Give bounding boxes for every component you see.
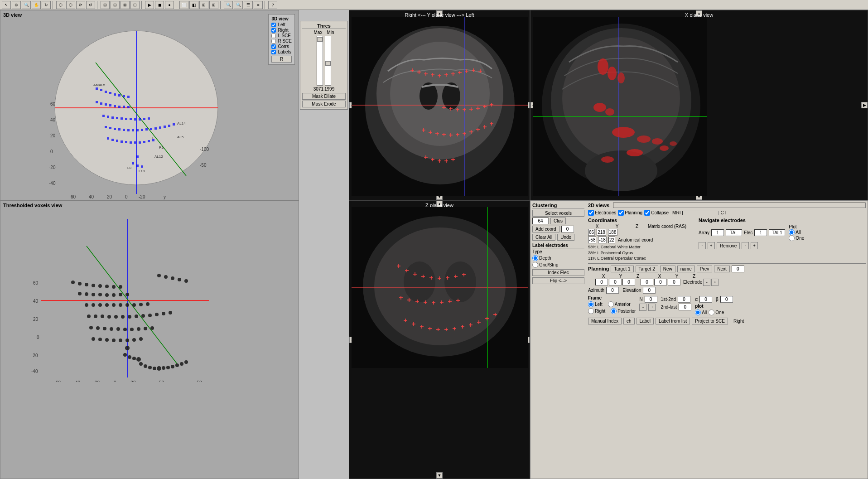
mri-y-view[interactable]: ▲ ▼ ◀ ▶ Right <--- Y plane view ---> Lef… [349, 10, 530, 200]
right-frame-label[interactable]: Right [588, 308, 605, 314]
mri-z-view[interactable]: ▲ ▼ ◀ ▶ Z plane view [349, 200, 530, 479]
elevation-input[interactable] [643, 287, 656, 294]
label-from-list-button[interactable]: Label from list [656, 318, 690, 324]
thres-max-slider[interactable] [317, 36, 323, 86]
mri-contrast-slider[interactable] [682, 211, 719, 215]
toolbar-btn-22[interactable]: 🔍 [234, 1, 243, 9]
elec-minus-btn[interactable]: - [703, 279, 710, 286]
toolbar-btn-17[interactable]: ⬜ [179, 1, 188, 9]
plan-x2[interactable] [641, 279, 653, 285]
toolbar-btn-12[interactable]: ⊠ [121, 1, 130, 9]
tal1-input[interactable] [769, 229, 785, 236]
planning-checkbox[interactable] [618, 210, 624, 216]
legend-rsce-check[interactable] [271, 39, 276, 44]
name-button[interactable]: name [677, 266, 695, 272]
plot-all-radio[interactable] [789, 229, 795, 235]
n-minus-btn[interactable]: - [639, 304, 646, 311]
2ndlast-input[interactable] [679, 304, 691, 310]
nav-plus-btn[interactable]: + [708, 242, 715, 249]
tal-input[interactable] [726, 229, 742, 236]
toolbar-btn-4[interactable]: ✋ [32, 1, 41, 9]
plot2-all-label[interactable]: All [695, 310, 707, 315]
add-coord-input[interactable] [561, 226, 574, 232]
2d-slider[interactable] [613, 203, 866, 208]
plot2-one-label[interactable]: One [709, 310, 724, 315]
grid-radio-label[interactable]: Grid/Strip [532, 262, 558, 268]
flip-button[interactable]: Flip <--> [532, 277, 584, 284]
plan-y2[interactable] [654, 279, 667, 285]
plan-x1[interactable] [595, 279, 608, 285]
toolbar-btn-6[interactable]: ⬡ [56, 1, 65, 9]
1st2nd-input[interactable] [678, 296, 690, 303]
clus-button[interactable]: Clus [550, 218, 566, 224]
beta-input[interactable] [720, 296, 733, 303]
collapse-checkbox[interactable] [644, 210, 650, 216]
select-voxels-button[interactable]: Select voxels [532, 210, 584, 217]
toolbar-btn-13[interactable]: ⊡ [130, 1, 140, 9]
target1-button[interactable]: Target 1 [611, 266, 633, 272]
anterior-radio[interactable] [608, 301, 614, 307]
left-frame-label[interactable]: Left [588, 301, 603, 307]
toolbar-btn-5[interactable]: ↻ [42, 1, 51, 9]
legend-left-check[interactable] [271, 23, 276, 27]
legend-right-check[interactable] [271, 28, 276, 33]
toolbar-btn-16[interactable]: ● [165, 1, 174, 9]
clear-all-button[interactable]: Clear All [532, 234, 555, 241]
toolbar-btn-25[interactable]: ? [268, 1, 277, 9]
depth-radio[interactable] [532, 255, 538, 261]
thres-max-thumb[interactable] [317, 37, 323, 42]
mri-z-arrow-down[interactable]: ▼ [436, 472, 443, 479]
toolbar-btn-8[interactable]: ⟳ [76, 1, 85, 9]
toolbar-btn-23[interactable]: ☰ [244, 1, 253, 9]
alpha-input[interactable] [699, 296, 712, 303]
toolbar-btn-1[interactable]: ↖ [2, 1, 11, 9]
plot-one-label[interactable]: One [789, 235, 804, 241]
ch-button[interactable]: ch [623, 318, 635, 324]
index-elec-button[interactable]: Index Elec [532, 269, 584, 276]
collapse-check-label[interactable]: Collapse [644, 210, 669, 216]
electrodes-check-label[interactable]: Electrodes [588, 210, 616, 216]
mri-x-arrow-right[interactable]: ▶ [861, 102, 868, 108]
array-input[interactable] [711, 229, 724, 236]
plot2-one-radio[interactable] [709, 310, 714, 315]
toolbar-btn-2[interactable]: ⊕ [12, 1, 21, 9]
plot-one-radio[interactable] [789, 235, 795, 241]
electrodes-checkbox[interactable] [588, 210, 594, 216]
toolbar-btn-19[interactable]: ⊞ [199, 1, 208, 9]
thres-min-thumb[interactable] [325, 61, 331, 66]
toolbar-btn-21[interactable]: 🔍 [224, 1, 233, 9]
add-coord-button[interactable]: Add coord [532, 226, 559, 232]
n-input[interactable] [645, 296, 657, 303]
mask-dilate-button[interactable]: Mask Dilate [302, 93, 346, 100]
next-button[interactable]: Next [714, 266, 730, 272]
anterior-frame-label[interactable]: Anterior [608, 301, 631, 307]
next-input[interactable] [732, 266, 744, 272]
posterior-frame-label[interactable]: Posterior [611, 308, 636, 314]
new-button[interactable]: New [660, 266, 675, 272]
legend-lsce-check[interactable] [271, 34, 276, 38]
toolbar-btn-3[interactable]: 🔍 [22, 1, 31, 9]
elec-input[interactable] [754, 229, 767, 236]
planning-check-label[interactable]: Planning [618, 210, 642, 216]
mask-erode-button[interactable]: Mask Erode [302, 101, 346, 107]
grid-radio[interactable] [532, 262, 538, 268]
toolbar-btn-10[interactable]: ⊞ [101, 1, 110, 9]
elec-plus-btn[interactable]: + [711, 279, 719, 286]
toolbar-btn-15[interactable]: ◼ [155, 1, 164, 9]
toolbar-btn-18[interactable]: ◧ [189, 1, 198, 9]
nav-minus-btn[interactable]: - [699, 242, 706, 249]
remove-button[interactable]: Remove [717, 242, 740, 249]
clustering-input[interactable] [532, 218, 549, 224]
toolbar-btn-20[interactable]: ⊞ [209, 1, 218, 9]
toolbar-btn-14[interactable]: ▶ [145, 1, 154, 9]
project-sce-button[interactable]: Project to SCE [692, 318, 728, 324]
target2-button[interactable]: Target 2 [636, 266, 658, 272]
left-frame-radio[interactable] [588, 301, 594, 307]
toolbar-btn-24[interactable]: ≡ [254, 1, 263, 9]
toolbar-btn-7[interactable]: ⬡ [66, 1, 75, 9]
legend-corrs-check[interactable] [271, 44, 276, 49]
depth-radio-label[interactable]: Depth [532, 255, 551, 261]
undo-button[interactable]: Undo [557, 234, 574, 241]
thres-min-slider[interactable] [325, 36, 331, 86]
prev-button[interactable]: Prev [697, 266, 713, 272]
